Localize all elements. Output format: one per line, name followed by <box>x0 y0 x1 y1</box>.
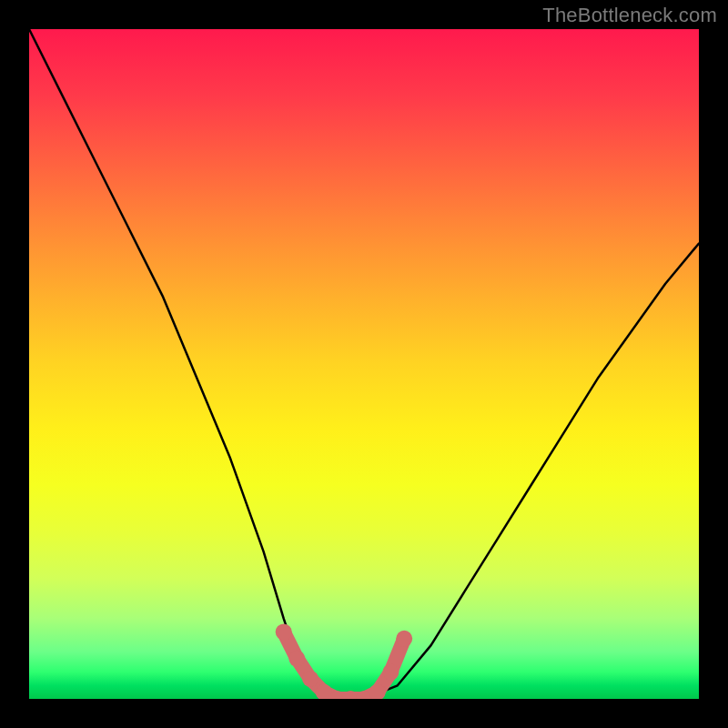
marker-dot <box>382 664 399 681</box>
chart-frame: TheBottleneck.com <box>0 0 728 728</box>
marker-dot <box>288 651 305 667</box>
marker-dot <box>276 623 292 640</box>
marker-dot <box>302 671 318 687</box>
bottleneck-curve-line <box>29 29 699 699</box>
plot-area <box>29 29 699 699</box>
watermark-text: TheBottleneck.com <box>542 4 717 27</box>
marker-dot <box>396 631 412 647</box>
chart-svg <box>29 29 699 699</box>
